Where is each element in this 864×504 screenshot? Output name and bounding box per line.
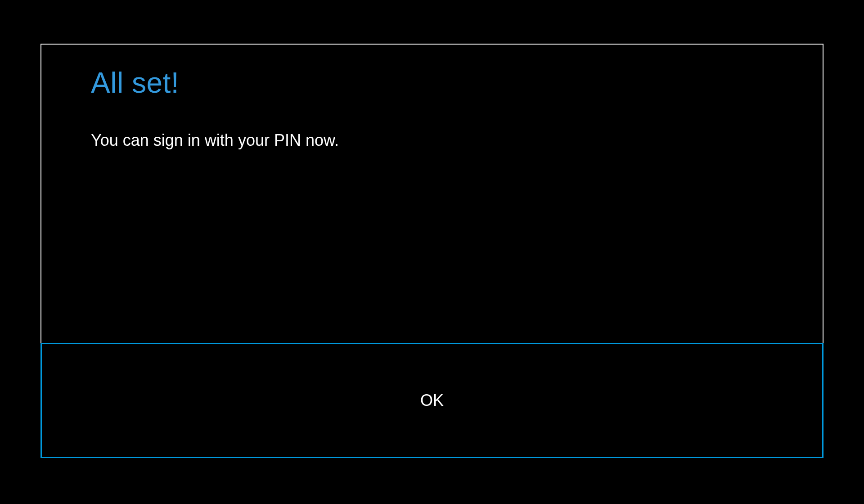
dialog-body-text: You can sign in with your PIN now. (91, 131, 773, 150)
pin-setup-dialog: All set! You can sign in with your PIN n… (40, 44, 824, 458)
dialog-content: All set! You can sign in with your PIN n… (41, 45, 823, 343)
ok-button[interactable]: OK (40, 343, 824, 458)
dialog-title: All set! (91, 66, 773, 99)
